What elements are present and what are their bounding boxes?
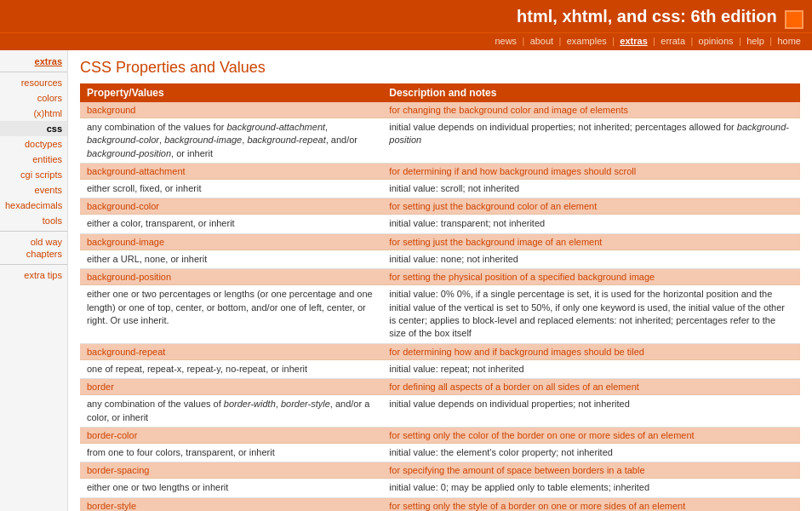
site-title: html, xhtml, and css: 6th edition xyxy=(517,7,777,26)
table-row: backgroundfor changing the background co… xyxy=(80,102,800,118)
property-notes: initial value depends on individual prop… xyxy=(382,395,800,428)
nav-errata[interactable]: errata xyxy=(660,36,685,46)
table-row: any combination of the values for backgr… xyxy=(80,118,800,163)
property-values: any combination of the values for backgr… xyxy=(80,118,382,163)
sidebar-separator-2 xyxy=(0,231,67,232)
property-notes: initial value depends on individual prop… xyxy=(382,118,800,163)
property-name: background-attachment xyxy=(80,164,382,180)
table-row: borderfor defining all aspects of a bord… xyxy=(80,379,800,395)
property-desc: for setting just the background color of… xyxy=(382,198,800,215)
property-name: background-color xyxy=(80,198,382,215)
page-title: CSS Properties and Values xyxy=(80,59,800,77)
sidebar-item-tools[interactable]: tools xyxy=(0,213,67,228)
property-name: background-position xyxy=(80,269,382,285)
table-row: either one or two percentages or lengths… xyxy=(80,285,800,344)
sidebar-item-resources[interactable]: resources xyxy=(0,75,67,90)
property-desc: for defining all aspects of a border on … xyxy=(382,379,800,395)
property-desc: for setting the physical position of a s… xyxy=(382,269,800,285)
table-row: either scroll, fixed, or inheritinitial … xyxy=(80,180,800,198)
sidebar: extras resources colors (x)html css doct… xyxy=(0,50,68,511)
table-row: one of repeat, repeat-x, repeat-y, no-re… xyxy=(80,359,800,378)
property-notes: initial value: transparent; not inherite… xyxy=(382,215,800,233)
property-notes: initial value: 0; may be applied only to… xyxy=(382,479,800,497)
table-row: background-imagefor setting just the bac… xyxy=(80,233,800,250)
sidebar-item-extra-tips[interactable]: extra tips xyxy=(0,267,67,283)
property-name: background-image xyxy=(80,233,382,250)
property-name: border-style xyxy=(80,497,382,511)
property-name: border xyxy=(80,379,382,395)
sidebar-item-colors[interactable]: colors xyxy=(0,90,67,106)
sidebar-item-old-way[interactable]: old waychapters xyxy=(0,234,67,262)
header: html, xhtml, and css: 6th edition xyxy=(0,0,812,32)
property-values: from one to four colors, transparent, or… xyxy=(80,443,382,462)
property-desc: for setting just the background image of… xyxy=(382,233,800,250)
nav-home[interactable]: home xyxy=(777,36,801,46)
property-name: background xyxy=(80,102,382,118)
sidebar-item-hexadecimals[interactable]: hexadecimals xyxy=(0,198,67,213)
nav-news[interactable]: news xyxy=(495,36,517,46)
property-notes: initial value: none; not inherited xyxy=(382,250,800,268)
property-desc: for setting only the style of a border o… xyxy=(382,497,800,511)
property-notes: initial value: the element's color prope… xyxy=(382,443,800,462)
property-values: one of repeat, repeat-x, repeat-y, no-re… xyxy=(80,359,382,378)
sidebar-item-xhtml[interactable]: (x)html xyxy=(0,106,67,121)
sidebar-separator xyxy=(0,72,67,72)
property-name: background-repeat xyxy=(80,343,382,359)
col1-header: Property/Values xyxy=(80,83,382,102)
property-desc: for setting only the color of the border… xyxy=(382,427,800,443)
nav-extras[interactable]: extras xyxy=(620,36,647,46)
property-desc: for determining if and how background im… xyxy=(382,164,800,180)
sidebar-item-extras[interactable]: extras xyxy=(0,54,67,69)
sidebar-separator-3 xyxy=(0,264,67,265)
table-row: any combination of the values of border-… xyxy=(80,395,800,428)
table-row: border-spacingfor specifying the amount … xyxy=(80,462,800,479)
sidebar-item-events[interactable]: events xyxy=(0,182,67,198)
property-values: any combination of the values of border-… xyxy=(80,395,382,428)
nav-examples[interactable]: examples xyxy=(567,36,607,46)
table-row: from one to four colors, transparent, or… xyxy=(80,443,800,462)
table-row: background-positionfor setting the physi… xyxy=(80,269,800,285)
property-values: either a color, transparent, or inherit xyxy=(80,215,382,233)
property-name: border-color xyxy=(80,427,382,443)
property-notes: initial value: repeat; not inherited xyxy=(382,359,800,378)
table-row: either a URL, none, or inheritinitial va… xyxy=(80,250,800,268)
nav-bar: news | about | examples | extras | errat… xyxy=(0,32,812,50)
table-row: border-colorfor setting only the color o… xyxy=(80,427,800,443)
col2-header: Description and notes xyxy=(382,83,800,102)
property-values: either one or two percentages or lengths… xyxy=(80,285,382,344)
logo-icon xyxy=(785,10,803,29)
sidebar-item-entities[interactable]: entities xyxy=(0,152,67,167)
property-values: either a URL, none, or inherit xyxy=(80,250,382,268)
table-row: either a color, transparent, or inheriti… xyxy=(80,215,800,233)
property-values: either one or two lengths or inherit xyxy=(80,479,382,497)
property-desc: for changing the background color and im… xyxy=(382,102,800,118)
table-row: either one or two lengths or inheritinit… xyxy=(80,479,800,497)
table-row: background-colorfor setting just the bac… xyxy=(80,198,800,215)
table-row: background-repeatfor determining how and… xyxy=(80,343,800,359)
property-notes: initial value: 0% 0%, if a single percen… xyxy=(382,285,800,344)
sidebar-item-doctypes[interactable]: doctypes xyxy=(0,136,67,152)
sidebar-item-css[interactable]: css xyxy=(0,121,67,136)
property-desc: for determining how and if background im… xyxy=(382,343,800,359)
property-desc: for specifying the amount of space betwe… xyxy=(382,462,800,479)
nav-about[interactable]: about xyxy=(530,36,554,46)
table-row: background-attachmentfor determining if … xyxy=(80,164,800,180)
css-properties-table: Property/Values Description and notes ba… xyxy=(80,83,800,511)
layout: extras resources colors (x)html css doct… xyxy=(0,50,812,511)
main-content: CSS Properties and Values Property/Value… xyxy=(68,50,812,511)
nav-help[interactable]: help xyxy=(746,36,764,46)
sidebar-item-cgi-scripts[interactable]: cgi scripts xyxy=(0,167,67,182)
nav-opinions[interactable]: opinions xyxy=(699,36,734,46)
property-name: border-spacing xyxy=(80,462,382,479)
table-row: border-stylefor setting only the style o… xyxy=(80,497,800,511)
property-notes: initial value: scroll; not inherited xyxy=(382,180,800,198)
property-values: either scroll, fixed, or inherit xyxy=(80,180,382,198)
